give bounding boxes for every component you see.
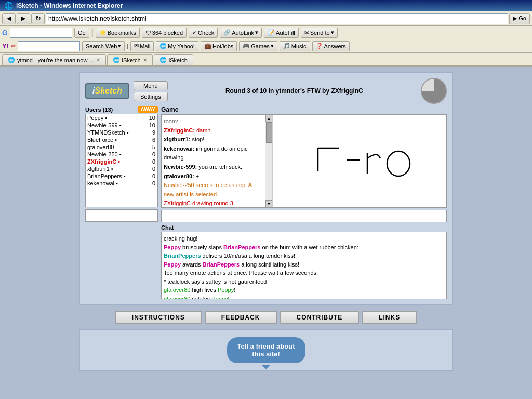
go-button[interactable]: ▶ Go — [509, 13, 530, 24]
user-score: 9 — [144, 129, 157, 136]
user-row[interactable]: gtalover80 5 — [86, 143, 157, 151]
tab-isketch-2-icon: 🌐 — [159, 57, 167, 63]
isketch-header: iSketch Menu Settings Round 3 of 10 in y… — [85, 78, 447, 104]
answers-button[interactable]: ❓ Answers — [312, 41, 350, 51]
tab-isketch-1-icon: 🌐 — [113, 57, 120, 63]
refresh-button[interactable]: ↻ — [31, 13, 45, 24]
user-row[interactable]: xlgtburr1 •0 — [86, 165, 157, 172]
back-button[interactable]: ◀ — [2, 13, 16, 24]
game-scrollbar[interactable]: ▲ ▼ — [265, 115, 273, 207]
users-panel-header: Users (13) AWAY — [85, 106, 158, 113]
main-layout: Users (13) AWAY Peppy •10Newbie-599 •10Y… — [85, 106, 447, 299]
tab-isketch-2[interactable]: 🌐 iSketch — [154, 54, 193, 65]
forward-button[interactable]: ▶ — [17, 13, 30, 24]
settings-button[interactable]: Settings — [134, 92, 168, 101]
blocked-button[interactable]: 🛡 364 blocked — [142, 28, 187, 38]
users-count-label: Users (13) — [85, 107, 113, 113]
away-button[interactable]: AWAY — [138, 106, 158, 113]
feedback-button[interactable]: FEEDBACK — [205, 311, 277, 324]
tab-ytmnd-icon: 🌐 — [8, 57, 15, 63]
user-row[interactable]: kekenowai •0 — [86, 180, 157, 187]
google-go-button[interactable]: Go — [74, 28, 89, 38]
user-name: xlgtburr1 • — [86, 165, 144, 172]
user-score: 5 — [144, 143, 157, 151]
chat-section: Chat cracking hug! Peppy bruscuely slaps… — [161, 224, 447, 299]
tab-isketch-1[interactable]: 🌐 iSketch ✕ — [107, 54, 153, 65]
chat-msg-8: gtalover80 salutes Peppy! — [164, 296, 230, 300]
nav-toolbar: ◀ ▶ ↻ ▶ Go — [0, 11, 532, 26]
chat-label: Chat — [161, 224, 447, 231]
msg-gta1: gtalover80: + — [164, 173, 199, 179]
myyahoo-button[interactable]: 🌐 My Yahoo! — [156, 41, 198, 51]
users-table: Peppy •10Newbie-599 •10YTMNDSketch •9Blu… — [86, 114, 157, 187]
user-score: 0 — [144, 158, 157, 165]
user-row[interactable]: YTMNDSketch •9 — [86, 129, 157, 136]
separator: | — [91, 28, 94, 37]
title-bar: 🌐 iSketch - Windows Internet Explorer — [0, 0, 532, 11]
chat-input-area — [85, 209, 158, 222]
chat-msg-4: Peppy awards BrianPeppers a long scintil… — [164, 261, 299, 268]
yahoo-toolbar: Y! ✏ Search Web ▾ | ✉ Mail 🌐 My Yahoo! 💼… — [0, 39, 532, 53]
tab-ytmnd-close[interactable]: ✕ — [96, 57, 100, 63]
user-score: 0 — [144, 172, 157, 180]
tab-ytmnd[interactable]: 🌐 ytmnd - you're the man now ... ✕ — [2, 54, 106, 65]
game-label: Game — [161, 106, 447, 113]
user-score: 10 — [144, 114, 157, 122]
header-buttons: Menu Settings — [134, 81, 168, 101]
sendto-button[interactable]: ✉ Send to ▾ — [301, 28, 338, 38]
users-panel: Users (13) AWAY Peppy •10Newbie-599 •10Y… — [85, 106, 158, 299]
yahoo-edit-icon[interactable]: ✏ — [11, 43, 16, 49]
contribute-button[interactable]: CONTRIBUTE — [280, 311, 360, 324]
user-row[interactable]: BlueForce •6 — [86, 136, 157, 143]
tell-friend-bubble[interactable]: Tell a friend about this site! — [227, 337, 305, 363]
chat-msg-6: * tealclock say's saftey is not gaurente… — [164, 278, 267, 285]
round-info: Round 3 of 10 in ytmnder's FTW by ZXfrig… — [225, 87, 363, 95]
search-web-button[interactable]: Search Web ▾ — [82, 41, 125, 51]
yahoo-logo: Y! — [2, 42, 9, 50]
separator2: | — [127, 43, 128, 49]
tab-bar: 🌐 ytmnd - you're the man now ... ✕ 🌐 iSk… — [0, 53, 532, 66]
user-name: Newbie-599 • — [86, 122, 144, 129]
user-name: kekenowai • — [86, 180, 144, 187]
message-input[interactable] — [85, 209, 158, 222]
content-area: iSketch Menu Settings Round 3 of 10 in y… — [0, 66, 532, 399]
chat-msg-5: Too many emote actions at once. Please w… — [164, 270, 318, 276]
bottom-buttons: INSTRUCTIONS FEEDBACK CONTRIBUTE LINKS — [5, 311, 527, 324]
user-row[interactable]: Peppy •10 — [86, 114, 157, 122]
chat-msg-7: gtalover80 high fives Peppy! — [164, 287, 235, 293]
autofill-button[interactable]: 📝 AutoFill — [264, 28, 299, 38]
games-button[interactable]: 🎮 Games ▾ — [239, 41, 277, 51]
mail-button[interactable]: ✉ Mail — [130, 41, 154, 51]
user-row[interactable]: ZXfrigginC •0 — [86, 158, 157, 165]
hotjobs-button[interactable]: 💼 HotJobs — [201, 41, 237, 51]
msg-keke1: kekenowai: im gonna do an epic drawing — [164, 145, 247, 161]
links-button[interactable]: LINKS — [362, 311, 417, 324]
instructions-button[interactable]: INSTRUCTIONS — [115, 311, 202, 324]
ie-icon: 🌐 — [4, 2, 13, 10]
chat-msg-2: Peppy bruscuely slaps BrianPeppers on th… — [164, 244, 358, 250]
game-input[interactable] — [161, 210, 447, 222]
google-search-input[interactable] — [10, 28, 72, 38]
user-score: 0 — [144, 180, 157, 187]
yahoo-search-input[interactable] — [18, 41, 80, 51]
msg-xb1: xlgtburr1: stop! — [164, 136, 204, 142]
user-row[interactable]: BrianPeppers •0 — [86, 172, 157, 180]
music-button[interactable]: 🎵 Music — [280, 41, 310, 51]
tab-isketch-1-close[interactable]: ✕ — [143, 57, 147, 63]
autolink-button[interactable]: 🔗 AutoLink ▾ — [220, 28, 262, 38]
user-row[interactable]: Newbie-599 •10 — [86, 122, 157, 129]
chat-msg-3: BrianPeppers delivers 10/m/usa a long te… — [164, 252, 295, 259]
bookmarks-button[interactable]: ⭐ Bookmarks — [96, 28, 140, 38]
address-input[interactable] — [46, 13, 508, 24]
users-list[interactable]: Peppy •10Newbie-599 •10YTMNDSketch •9Blu… — [85, 114, 158, 207]
user-score: 0 — [144, 151, 157, 158]
menu-button[interactable]: Menu — [134, 81, 168, 90]
tab-isketch-2-label: iSketch — [169, 57, 188, 63]
user-row[interactable]: Newbie-250 •0 — [86, 151, 157, 158]
msg-zx-system: ZXfrigginC drawing round 3 — [164, 200, 233, 206]
user-name: Peppy • — [86, 114, 144, 122]
tab-isketch-1-label: iSketch — [122, 57, 141, 63]
check-button[interactable]: ✓ Check — [189, 28, 218, 38]
tell-friend-area: Tell a friend about this site! — [79, 329, 453, 371]
user-name: gtalover80 — [86, 143, 144, 151]
